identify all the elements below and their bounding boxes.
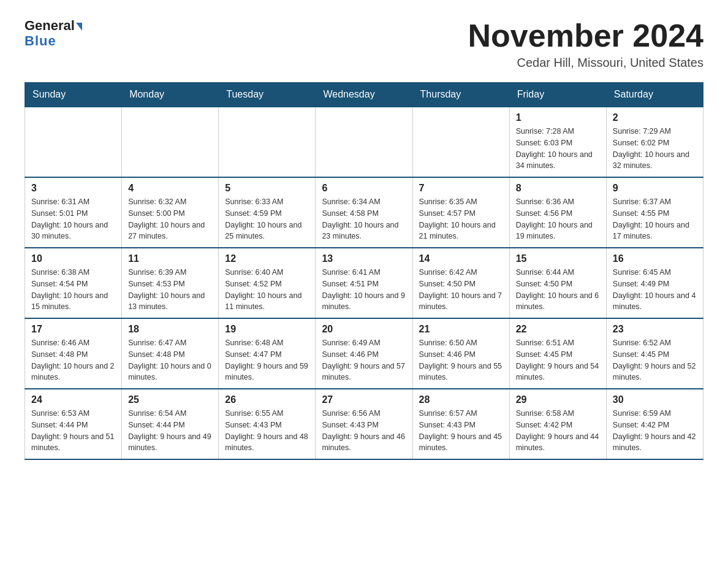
calendar-cell [219, 107, 316, 177]
calendar-week-row: 1Sunrise: 7:28 AM Sunset: 6:03 PM Daylig… [25, 107, 703, 177]
day-info: Sunrise: 6:41 AM Sunset: 4:51 PM Dayligh… [322, 267, 406, 313]
calendar-cell: 21Sunrise: 6:50 AM Sunset: 4:46 PM Dayli… [412, 318, 509, 389]
weekday-header-monday: Monday [122, 83, 219, 107]
day-number: 17 [31, 324, 115, 335]
calendar-table: SundayMondayTuesdayWednesdayThursdayFrid… [25, 82, 703, 460]
day-number: 30 [613, 394, 697, 405]
logo-arrow-icon [76, 23, 82, 31]
calendar-cell: 3Sunrise: 6:31 AM Sunset: 5:01 PM Daylig… [25, 177, 122, 248]
day-number: 12 [225, 253, 309, 264]
day-number: 19 [225, 324, 309, 335]
day-number: 27 [322, 394, 406, 405]
calendar-cell: 29Sunrise: 6:58 AM Sunset: 4:42 PM Dayli… [509, 389, 606, 459]
day-number: 28 [419, 394, 503, 405]
location-title: Cedar Hill, Missouri, United States [468, 56, 703, 70]
day-number: 25 [128, 394, 212, 405]
calendar-cell: 7Sunrise: 6:35 AM Sunset: 4:57 PM Daylig… [412, 177, 509, 248]
calendar-cell: 5Sunrise: 6:33 AM Sunset: 4:59 PM Daylig… [219, 177, 316, 248]
day-info: Sunrise: 6:32 AM Sunset: 5:00 PM Dayligh… [128, 196, 212, 242]
weekday-header-wednesday: Wednesday [316, 83, 412, 107]
calendar-cell: 11Sunrise: 6:39 AM Sunset: 4:53 PM Dayli… [122, 248, 219, 318]
logo-line2: Blue [25, 33, 56, 49]
page-header: General Blue November 2024 Cedar Hill, M… [25, 18, 703, 70]
calendar-cell [316, 107, 412, 177]
day-info: Sunrise: 6:59 AM Sunset: 4:42 PM Dayligh… [613, 408, 697, 454]
day-info: Sunrise: 6:45 AM Sunset: 4:49 PM Dayligh… [613, 267, 697, 313]
day-number: 29 [516, 394, 600, 405]
calendar-cell: 9Sunrise: 6:37 AM Sunset: 4:55 PM Daylig… [606, 177, 703, 248]
calendar-cell: 19Sunrise: 6:48 AM Sunset: 4:47 PM Dayli… [219, 318, 316, 389]
day-number: 10 [31, 253, 115, 264]
calendar-week-row: 3Sunrise: 6:31 AM Sunset: 5:01 PM Daylig… [25, 177, 703, 248]
day-info: Sunrise: 6:34 AM Sunset: 4:58 PM Dayligh… [322, 196, 406, 242]
calendar-cell: 6Sunrise: 6:34 AM Sunset: 4:58 PM Daylig… [316, 177, 412, 248]
logo: General Blue [25, 18, 82, 49]
day-info: Sunrise: 6:54 AM Sunset: 4:44 PM Dayligh… [128, 408, 212, 454]
day-number: 14 [419, 253, 503, 264]
day-info: Sunrise: 6:44 AM Sunset: 4:50 PM Dayligh… [516, 267, 600, 313]
day-number: 7 [419, 183, 503, 194]
calendar-cell: 2Sunrise: 7:29 AM Sunset: 6:02 PM Daylig… [606, 107, 703, 177]
day-number: 8 [516, 183, 600, 194]
day-info: Sunrise: 6:31 AM Sunset: 5:01 PM Dayligh… [31, 196, 115, 242]
day-number: 21 [419, 324, 503, 335]
day-info: Sunrise: 6:40 AM Sunset: 4:52 PM Dayligh… [225, 267, 309, 313]
day-info: Sunrise: 6:47 AM Sunset: 4:48 PM Dayligh… [128, 337, 212, 383]
day-info: Sunrise: 7:29 AM Sunset: 6:02 PM Dayligh… [613, 126, 697, 172]
calendar-cell: 4Sunrise: 6:32 AM Sunset: 5:00 PM Daylig… [122, 177, 219, 248]
day-number: 23 [613, 324, 697, 335]
logo-line1: General [25, 18, 82, 33]
day-number: 20 [322, 324, 406, 335]
calendar-cell: 18Sunrise: 6:47 AM Sunset: 4:48 PM Dayli… [122, 318, 219, 389]
day-info: Sunrise: 7:28 AM Sunset: 6:03 PM Dayligh… [516, 126, 600, 172]
calendar-cell: 30Sunrise: 6:59 AM Sunset: 4:42 PM Dayli… [606, 389, 703, 459]
day-number: 5 [225, 183, 309, 194]
calendar-cell [412, 107, 509, 177]
calendar-cell: 24Sunrise: 6:53 AM Sunset: 4:44 PM Dayli… [25, 389, 122, 459]
calendar-week-row: 10Sunrise: 6:38 AM Sunset: 4:54 PM Dayli… [25, 248, 703, 318]
calendar-cell: 28Sunrise: 6:57 AM Sunset: 4:43 PM Dayli… [412, 389, 509, 459]
calendar-cell: 14Sunrise: 6:42 AM Sunset: 4:50 PM Dayli… [412, 248, 509, 318]
day-info: Sunrise: 6:50 AM Sunset: 4:46 PM Dayligh… [419, 337, 503, 383]
calendar-cell: 27Sunrise: 6:56 AM Sunset: 4:43 PM Dayli… [316, 389, 412, 459]
day-info: Sunrise: 6:51 AM Sunset: 4:45 PM Dayligh… [516, 337, 600, 383]
day-info: Sunrise: 6:46 AM Sunset: 4:48 PM Dayligh… [31, 337, 115, 383]
day-info: Sunrise: 6:33 AM Sunset: 4:59 PM Dayligh… [225, 196, 309, 242]
day-number: 13 [322, 253, 406, 264]
month-title: November 2024 [468, 18, 703, 53]
calendar-cell: 25Sunrise: 6:54 AM Sunset: 4:44 PM Dayli… [122, 389, 219, 459]
weekday-header-thursday: Thursday [412, 83, 509, 107]
day-number: 11 [128, 253, 212, 264]
day-info: Sunrise: 6:49 AM Sunset: 4:46 PM Dayligh… [322, 337, 406, 383]
calendar-cell: 17Sunrise: 6:46 AM Sunset: 4:48 PM Dayli… [25, 318, 122, 389]
day-info: Sunrise: 6:39 AM Sunset: 4:53 PM Dayligh… [128, 267, 212, 313]
day-number: 2 [613, 112, 697, 123]
calendar-week-row: 17Sunrise: 6:46 AM Sunset: 4:48 PM Dayli… [25, 318, 703, 389]
day-info: Sunrise: 6:38 AM Sunset: 4:54 PM Dayligh… [31, 267, 115, 313]
title-area: November 2024 Cedar Hill, Missouri, Unit… [468, 18, 703, 70]
day-info: Sunrise: 6:42 AM Sunset: 4:50 PM Dayligh… [419, 267, 503, 313]
day-info: Sunrise: 6:36 AM Sunset: 4:56 PM Dayligh… [516, 196, 600, 242]
calendar-cell: 13Sunrise: 6:41 AM Sunset: 4:51 PM Dayli… [316, 248, 412, 318]
day-info: Sunrise: 6:48 AM Sunset: 4:47 PM Dayligh… [225, 337, 309, 383]
weekday-header-tuesday: Tuesday [219, 83, 316, 107]
day-info: Sunrise: 6:52 AM Sunset: 4:45 PM Dayligh… [613, 337, 697, 383]
calendar-cell: 15Sunrise: 6:44 AM Sunset: 4:50 PM Dayli… [509, 248, 606, 318]
calendar-cell [122, 107, 219, 177]
day-info: Sunrise: 6:35 AM Sunset: 4:57 PM Dayligh… [419, 196, 503, 242]
calendar-cell: 8Sunrise: 6:36 AM Sunset: 4:56 PM Daylig… [509, 177, 606, 248]
calendar-cell: 10Sunrise: 6:38 AM Sunset: 4:54 PM Dayli… [25, 248, 122, 318]
day-number: 4 [128, 183, 212, 194]
day-number: 18 [128, 324, 212, 335]
day-info: Sunrise: 6:57 AM Sunset: 4:43 PM Dayligh… [419, 408, 503, 454]
calendar-cell: 20Sunrise: 6:49 AM Sunset: 4:46 PM Dayli… [316, 318, 412, 389]
calendar-cell: 1Sunrise: 7:28 AM Sunset: 6:03 PM Daylig… [509, 107, 606, 177]
day-info: Sunrise: 6:53 AM Sunset: 4:44 PM Dayligh… [31, 408, 115, 454]
day-info: Sunrise: 6:56 AM Sunset: 4:43 PM Dayligh… [322, 408, 406, 454]
calendar-cell: 22Sunrise: 6:51 AM Sunset: 4:45 PM Dayli… [509, 318, 606, 389]
weekday-header-friday: Friday [509, 83, 606, 107]
day-number: 3 [31, 183, 115, 194]
weekday-header-saturday: Saturday [606, 83, 703, 107]
day-number: 1 [516, 112, 600, 123]
calendar-cell: 26Sunrise: 6:55 AM Sunset: 4:43 PM Dayli… [219, 389, 316, 459]
